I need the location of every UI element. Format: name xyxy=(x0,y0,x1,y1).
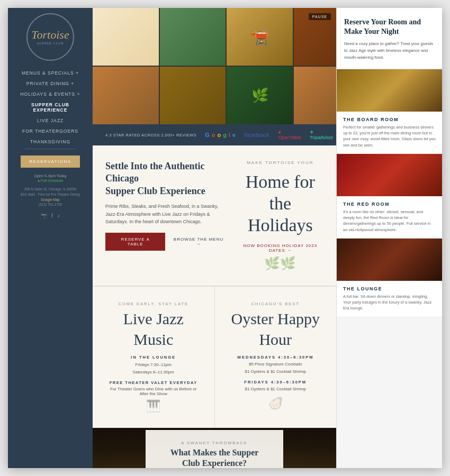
oyster-wed-items: $5 Price Signature Cocktails $1 Oysters … xyxy=(228,361,324,375)
bottom-image-strip: A SWANKY THROWBACK What Makes the Supper… xyxy=(93,428,336,468)
jazz-tagline: COME EARLY, STAY LATE xyxy=(105,301,202,306)
lounge-image xyxy=(337,239,442,281)
board-room-info: THE BOARD ROOM Perfect for smaller gathe… xyxy=(337,112,442,153)
instagram-icon[interactable]: 📷 xyxy=(41,213,47,218)
hero-food-4 xyxy=(93,67,159,124)
social-icons: 📷 f ♪ xyxy=(41,213,60,218)
facebook-icon[interactable]: f xyxy=(51,213,53,218)
oyster-decor-icon: 🦪 xyxy=(228,397,324,410)
sidebar-hours: Open 5–9pm Today ● Full Schedule xyxy=(34,174,67,182)
red-room-image xyxy=(337,154,442,196)
facebook-rating: facebook xyxy=(244,132,269,138)
content-area: 4.3 STAR RATED ACROSS 2,000+ REVIEWS Goo… xyxy=(93,124,336,468)
hero-section: 🫕 🌿 PAUSE xyxy=(93,8,336,124)
bottom-sub-label: A SWANKY THROWBACK xyxy=(160,441,268,445)
oyster-wed-label: WEDNESDAYS 4:30–6:30PM xyxy=(228,355,324,360)
piano-icon: 🎹 xyxy=(105,399,202,413)
logo-sub: Supper Club xyxy=(37,42,64,45)
hero-food-1 xyxy=(93,8,159,66)
hero-food-5 xyxy=(160,67,226,124)
room-card-board: THE BOARD ROOM Perfect for smaller gathe… xyxy=(337,69,442,154)
hero-food-3: 🫕 xyxy=(227,8,293,66)
sidebar: Tortoise Supper Club MENUS & SPECIALS + … xyxy=(8,8,93,468)
board-room-desc: Perfect for smaller gatherings and busin… xyxy=(343,124,436,148)
room-card-red: THE RED ROOM It's a room like no other: … xyxy=(337,154,442,239)
sidebar-item-theater[interactable]: FOR THEATERGOERS xyxy=(13,126,87,136)
browse-menu-button[interactable]: BROWSE THE MENU xyxy=(170,237,226,246)
holiday-script: Home for the Holidays xyxy=(237,171,323,236)
lounge-info: THE LOUNGE A full bar. Sit-down dinners … xyxy=(337,281,442,317)
right-panel: Reserve Your Room and Make Your Night Ne… xyxy=(336,8,442,468)
board-room-image xyxy=(337,69,442,112)
sidebar-item-menus[interactable]: MENUS & SPECIALS + xyxy=(13,68,87,78)
intro-heading: Settle Into the Authentic Chicago Supper… xyxy=(105,160,227,197)
nav-divider xyxy=(25,149,76,149)
sidebar-item-thanksgiving[interactable]: THANKSGIVING xyxy=(13,137,87,147)
opentable-rating: ● OpenTable xyxy=(278,130,301,140)
reservations-button[interactable]: RESERVATIONS xyxy=(21,155,79,168)
google-maps-link[interactable]: Google Map xyxy=(41,198,59,202)
jazz-script: Live Jazz Music xyxy=(105,308,202,350)
intro-left: Settle Into the Authentic Chicago Supper… xyxy=(105,160,227,271)
tripadvisor-rating: ✈ Tripadvisor xyxy=(310,130,333,140)
intro-section: Settle Into the Authentic Chicago Supper… xyxy=(93,145,336,286)
sidebar-item-jazz[interactable]: LIVE JAZZ xyxy=(13,116,87,125)
jazz-card: COME EARLY, STAY LATE Live Jazz Music IN… xyxy=(93,287,215,427)
jazz-oyster-section: COME EARLY, STAY LATE Live Jazz Music IN… xyxy=(93,286,336,427)
hero-side-2 xyxy=(294,67,336,124)
red-room-name: THE RED ROOM xyxy=(343,202,436,207)
right-heading: Reserve Your Room and Make Your Night xyxy=(344,17,435,36)
bottom-overlay: A SWANKY THROWBACK What Makes the Supper… xyxy=(93,428,336,468)
logo-script: Tortoise xyxy=(31,29,69,41)
bottom-heading: What Makes the Supper Club Experience? xyxy=(160,447,268,468)
oyster-fri-items: $1 Oysters & $1 Cocktail Shrimp xyxy=(228,386,324,393)
intro-body: Prime Ribs, Steaks, and Fresh Seafood, i… xyxy=(105,203,227,225)
tiktok-icon[interactable]: ♪ xyxy=(57,213,60,218)
logo: Tortoise Supper Club xyxy=(26,13,74,61)
holiday-cta-link[interactable]: NOW BOOKING HOLIDAY 2023 DATES xyxy=(237,243,323,253)
hero-background: 🫕 🌿 xyxy=(93,8,336,124)
oyster-tagline: CHICAGO'S BEST xyxy=(228,301,324,306)
board-room-name: THE BOARD ROOM xyxy=(343,117,436,122)
sidebar-item-private[interactable]: PRIVATE DINING + xyxy=(13,79,87,88)
right-header: Reserve Your Room and Make Your Night Ne… xyxy=(337,8,442,69)
right-body: Need a cozy place to gather? Treat your … xyxy=(344,41,435,61)
intro-right: MAKE TORTOISE YOUR Home for the Holidays… xyxy=(237,160,323,271)
bottom-text-card: A SWANKY THROWBACK What Makes the Supper… xyxy=(146,430,283,468)
hero-food-grid: 🫕 🌿 xyxy=(93,8,293,124)
holiday-decor-icon: 🌿🌿 xyxy=(264,256,296,271)
jazz-valet-sub: For Theater Goers who Dine with us Befor… xyxy=(105,387,202,396)
ratings-text: 4.3 STAR RATED ACROSS 2,000+ REVIEWS xyxy=(105,133,196,138)
oyster-script: Oyster Happy Hour xyxy=(228,308,324,350)
ratings-bar: 4.3 STAR RATED ACROSS 2,000+ REVIEWS Goo… xyxy=(93,124,336,145)
intro-buttons: RESERVE A TABLE BROWSE THE MENU xyxy=(105,233,227,251)
hero-side-images xyxy=(294,8,336,124)
reserve-table-button[interactable]: RESERVE A TABLE xyxy=(105,233,165,251)
oyster-card: CHICAGO'S BEST Oyster Happy Hour WEDNESD… xyxy=(215,287,337,427)
full-schedule-link[interactable]: ● Full Schedule xyxy=(34,179,67,182)
red-room-info: THE RED ROOM It's a room like no other: … xyxy=(337,196,442,238)
lounge-desc: A full bar. Sit-down dinners or standup,… xyxy=(343,294,436,312)
jazz-times: Fridays 7:30–11pm Saturdays 8–11:30pm xyxy=(105,361,202,376)
red-room-desc: It's a room like no other: vibrant, sens… xyxy=(343,209,436,233)
room-card-lounge: THE LOUNGE A full bar. Sit-down dinners … xyxy=(337,239,442,317)
google-rating: Google xyxy=(205,132,236,138)
main-content: 🫕 🌿 PAUSE xyxy=(93,8,336,468)
hero-food-6: 🌿 xyxy=(227,67,293,124)
sidebar-item-holidays[interactable]: HOLIDAYS & EVENTS + xyxy=(13,89,87,99)
lounge-name: THE LOUNGE xyxy=(343,286,436,291)
hero-food-2 xyxy=(160,8,226,66)
sidebar-item-experience[interactable]: SUPPER CLUB EXPERIENCE xyxy=(13,100,87,115)
jazz-detail-label: IN THE LOUNGE xyxy=(105,355,202,360)
oyster-fri-label: FRIDAYS 4:30–6:30PM xyxy=(228,380,324,385)
pause-button[interactable]: PAUSE xyxy=(309,13,331,20)
sidebar-address: 350 N State St, Chicago, IL 60654 $16 Va… xyxy=(16,187,84,207)
jazz-valet-label: FREE THEATER VALET EVERYDAY xyxy=(105,380,202,385)
holiday-tagline: MAKE TORTOISE YOUR xyxy=(247,160,313,165)
nav-menu: MENUS & SPECIALS + PRIVATE DINING + HOLI… xyxy=(8,68,93,147)
